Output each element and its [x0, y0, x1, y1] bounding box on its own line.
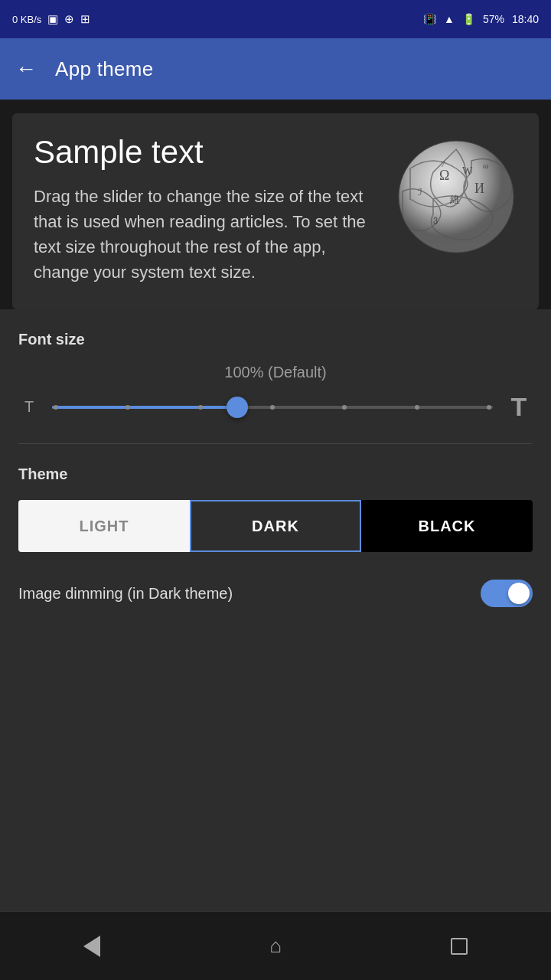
sample-text-body: Drag the slider to change the size of th…	[34, 184, 380, 285]
status-bar: 0 KB/s ▣ ⊕ ⊞ 📳 ▲ 🔋 57% 18:40	[0, 0, 551, 38]
back-button[interactable]: ←	[15, 57, 37, 81]
sample-text-heading: Sample text	[34, 135, 380, 170]
theme-buttons-group: LIGHT DARK BLACK	[18, 500, 533, 552]
wifi-icon: ▲	[444, 13, 455, 25]
theme-button-black[interactable]: BLACK	[361, 500, 533, 552]
image-dimming-toggle[interactable]	[481, 580, 533, 607]
svg-text:ვ: ვ	[433, 214, 438, 224]
toggle-knob	[508, 583, 530, 604]
recents-nav-icon	[451, 938, 468, 955]
image-icon: ⊞	[80, 12, 90, 26]
time-display: 18:40	[512, 13, 539, 25]
font-size-label: Font size	[18, 331, 533, 348]
nav-bar: ⌂	[0, 911, 551, 980]
settings-section: Font size 100% (Default) T T Theme LIGHT…	[0, 309, 551, 911]
image-dimming-row: Image dimming (in Dark theme)	[18, 580, 533, 607]
svg-text:ℐ: ℐ	[418, 187, 422, 198]
image-dimming-label: Image dimming (in Dark theme)	[18, 585, 233, 603]
theme-button-dark[interactable]: DARK	[190, 500, 361, 552]
vibrate-icon: 📳	[423, 13, 436, 25]
slider-large-t: T	[505, 392, 533, 422]
status-bar-right: 📳 ▲ 🔋 57% 18:40	[423, 13, 539, 25]
status-bar-left: 0 KB/s ▣ ⊕ ⊞	[12, 12, 90, 26]
font-size-slider[interactable]	[52, 394, 493, 421]
page-title: App theme	[55, 57, 153, 81]
slider-small-t: T	[18, 398, 40, 416]
font-size-value: 100% (Default)	[18, 364, 533, 381]
battery-icon: 🔋	[462, 13, 475, 25]
music-icon: ⊕	[64, 12, 74, 26]
svg-text:И: И	[474, 181, 484, 196]
nav-recents-button[interactable]	[440, 927, 478, 965]
home-nav-icon: ⌂	[269, 934, 282, 958]
theme-label: Theme	[18, 466, 533, 483]
svg-text:Ω: Ω	[439, 168, 449, 183]
nav-home-button[interactable]: ⌂	[256, 927, 295, 965]
svg-text:維: 維	[449, 194, 460, 205]
wikipedia-globe-image: Ω W И 維 ℐ ω ვ 7	[395, 138, 517, 256]
back-nav-icon	[83, 936, 100, 957]
svg-text:W: W	[462, 165, 473, 177]
preview-card: Sample text Drag the slider to change th…	[12, 113, 539, 309]
svg-text:ω: ω	[483, 161, 488, 170]
signal-icon: ▣	[47, 12, 58, 26]
font-size-slider-row: T T	[18, 392, 533, 422]
svg-text:7: 7	[441, 159, 445, 168]
divider	[18, 443, 533, 444]
kb-indicator: 0 KB/s	[12, 14, 41, 25]
battery-percent: 57%	[483, 13, 504, 25]
app-bar: ← App theme	[0, 38, 551, 100]
nav-back-button[interactable]	[73, 927, 111, 965]
preview-text-block: Sample text Drag the slider to change th…	[34, 135, 380, 285]
theme-button-light[interactable]: LIGHT	[18, 500, 190, 552]
